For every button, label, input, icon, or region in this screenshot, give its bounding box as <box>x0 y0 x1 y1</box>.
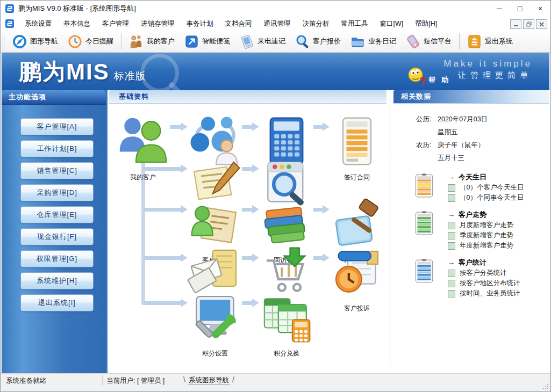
menu-item-7[interactable]: 通讯管理 <box>258 17 297 31</box>
section-link[interactable]: （0）个同事今天生日 <box>448 193 524 203</box>
diary-icon <box>350 34 365 49</box>
menu-item-3[interactable]: 客户管理 <box>96 17 135 31</box>
toolbar-button-1[interactable]: 图形导航 <box>8 32 63 50</box>
menu-item-8[interactable]: 决策分析 <box>297 17 335 31</box>
stats-table-icon <box>414 259 434 284</box>
toolbar-button-label: 来电速记 <box>257 37 285 46</box>
menu-bar: 系统设置基本信息客户管理进销存管理事务计划文档合同通讯管理决策分析常用工具窗口[… <box>1 17 550 31</box>
toolbar-button-8[interactable]: 短信平台 <box>401 32 456 50</box>
menu-item-1[interactable]: 系统设置 <box>19 17 58 31</box>
section-link-label: 季度新增客户走势 <box>460 230 513 241</box>
section-link-label: 月度新增客户走势 <box>460 220 513 230</box>
toolbar-button-6[interactable]: 客户报价 <box>290 32 346 50</box>
main-panel-header: 基础资料 <box>109 90 387 104</box>
app-logo-icon <box>5 4 14 13</box>
toolbar-button-9[interactable]: 退出系统 <box>462 32 518 50</box>
flow-node-points-exchange[interactable]: 积分兑换 <box>259 289 314 358</box>
menu-item-2[interactable]: 基本信息 <box>58 17 96 31</box>
points-exchange-icon <box>259 338 314 347</box>
section-link[interactable]: 按客户地区分布统计 <box>448 278 520 288</box>
calendar-row-4: 五月十三 <box>416 151 549 164</box>
arrow-right-icon: → <box>448 210 455 219</box>
calendar-label <box>416 151 438 164</box>
menu-item-4[interactable]: 进销存管理 <box>135 17 181 31</box>
section-link[interactable]: 按客户分类统计 <box>448 268 520 278</box>
flow-branch-arrow <box>143 256 181 260</box>
customer-complaint-icon <box>329 293 385 302</box>
toolbar-button-4[interactable]: 智能便笺 <box>180 32 235 50</box>
sidebar-button-4[interactable]: 采购管理[D] <box>20 184 94 201</box>
close-button[interactable]: × <box>530 1 550 17</box>
bullet-icon <box>448 194 455 202</box>
flow-branch-arrow <box>143 167 181 171</box>
compass-icon <box>12 34 27 49</box>
flow-arrow <box>242 208 252 212</box>
toolbar-button-7[interactable]: 业务日记 <box>346 32 401 50</box>
pda-icon <box>240 34 254 49</box>
smart-note-icon <box>184 34 199 49</box>
menu-item-11[interactable]: 帮助[H] <box>409 17 443 31</box>
sidebar-button-3[interactable]: 销售管理[C] <box>20 162 94 179</box>
menu-item-10[interactable]: 窗口[W] <box>374 17 410 31</box>
bullet-icon <box>448 270 455 277</box>
toolbar-button-3[interactable]: 我的客户 <box>124 32 180 50</box>
section-link[interactable]: 月度新增客户走势 <box>448 220 513 230</box>
mdi-close-button[interactable] <box>536 19 547 29</box>
help-button[interactable]: ? 帮 助 <box>406 66 451 87</box>
section-title[interactable]: →客户统计 <box>448 257 520 268</box>
mdi-restore-button[interactable] <box>523 19 534 29</box>
flow-node-label: 积分设置 <box>187 349 243 358</box>
maximize-button[interactable]: □ <box>510 1 530 17</box>
toolbar-button-label: 今日提醒 <box>85 37 113 46</box>
section-link[interactable]: 季度新增客户走势 <box>448 230 513 241</box>
mdi-child-icon <box>5 19 14 28</box>
section-title[interactable]: →客户走势 <box>448 209 513 220</box>
sidebar-button-6[interactable]: 现金银行[F] <box>20 228 94 245</box>
flow-arrow <box>313 125 323 129</box>
calendar-label <box>416 126 438 139</box>
flow-node-points-setting[interactable]: 积分设置 <box>187 289 243 358</box>
flow-node-sign-contract[interactable]: 签订合同 <box>329 113 385 182</box>
flow-node-label: 积分兑换 <box>259 349 314 358</box>
toolbar-button-5[interactable]: 来电速记 <box>235 32 290 50</box>
flow-node-my-customers[interactable]: 我的客户 <box>115 113 171 182</box>
status-current-user: 当前用户: [ 管理员 ] <box>106 376 164 386</box>
sidebar-button-5[interactable]: 仓库管理[E] <box>20 206 94 223</box>
people-icon <box>129 34 144 49</box>
sidebar-button-2[interactable]: 工作计划[B] <box>20 140 94 157</box>
calendar-row-1: 公历:2020年07月03日 <box>416 113 549 126</box>
tab-graph-navigation[interactable]: 系统图形导航 <box>183 375 234 385</box>
flow-branch-arrow <box>143 208 181 212</box>
sidebar-button-8[interactable]: 系统维护[H] <box>20 272 94 289</box>
resize-grip[interactable] <box>542 383 549 390</box>
sidebar-button-1[interactable]: 客户管理[A] <box>20 118 94 135</box>
banner: 鹏为MIS标准版 Make it simple 让管理更简单 ? 帮 助 <box>2 53 549 90</box>
menu-item-6[interactable]: 文档合同 <box>219 17 258 31</box>
bullet-icon <box>448 290 455 297</box>
menu-item-5[interactable]: 事务计划 <box>181 17 219 31</box>
section-link[interactable]: 按时间、业务员统计 <box>448 288 520 299</box>
calendar-value: 星期五 <box>438 126 458 139</box>
section-link[interactable]: （0）个客户今天生日 <box>448 183 524 193</box>
section-link[interactable]: 年度新增客户走势 <box>448 241 513 251</box>
flow-node-customer-complaint[interactable]: 客户投诉 <box>329 244 385 313</box>
minimize-button[interactable]: ─ <box>489 1 510 17</box>
magnifier-watermark-icon <box>140 54 179 90</box>
slogan-english: Make it simple <box>443 59 532 69</box>
content-area: 主功能选项 客户管理[A]工作计划[B]销售管理[C]采购管理[D]仓库管理[E… <box>2 90 549 374</box>
related-data-sections: →今天生日（0）个客户今天生日（0）个同事今天生日→客户走势月度新增客户走势季度… <box>414 172 549 299</box>
toolbar-button-label: 客户报价 <box>313 37 341 46</box>
sidebar-button-7[interactable]: 权限管理[G] <box>20 250 94 267</box>
section-trend-table: →客户走势月度新增客户走势季度新增客户走势年度新增客户走势 <box>414 209 549 251</box>
flow-arrow <box>313 256 323 260</box>
bullet-icon <box>448 222 455 229</box>
menu-item-9[interactable]: 常用工具 <box>335 17 374 31</box>
mdi-minimize-button[interactable] <box>510 19 521 29</box>
mdi-window-controls <box>510 19 547 29</box>
toolbar-separator <box>459 33 460 49</box>
sidebar-button-9[interactable]: 退出系统[I] <box>20 294 94 311</box>
toolbar-button-2[interactable]: 今日提醒 <box>63 32 118 50</box>
section-title[interactable]: →今天生日 <box>448 172 524 183</box>
status-bar: 系统准备就绪 当前用户: [ 管理员 ] 系统图形导航 <box>1 373 550 391</box>
svg-text:?: ? <box>419 74 426 87</box>
